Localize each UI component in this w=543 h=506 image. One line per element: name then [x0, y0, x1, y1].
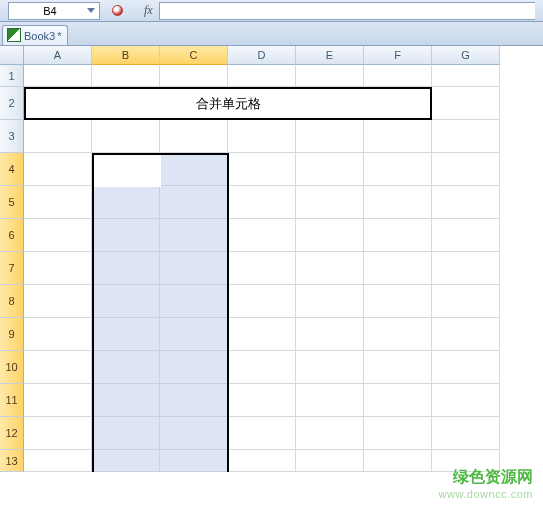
- column-header[interactable]: C: [160, 46, 228, 65]
- cell[interactable]: [92, 351, 160, 384]
- cell[interactable]: [24, 120, 92, 153]
- cell[interactable]: [92, 252, 160, 285]
- cell[interactable]: [364, 351, 432, 384]
- column-header[interactable]: F: [364, 46, 432, 65]
- row-header[interactable]: 11: [0, 384, 24, 417]
- cell[interactable]: [432, 153, 500, 186]
- merged-cell[interactable]: 合并单元格: [24, 87, 432, 120]
- cell[interactable]: [296, 252, 364, 285]
- cell[interactable]: [296, 186, 364, 219]
- cell[interactable]: [364, 219, 432, 252]
- cell[interactable]: [160, 153, 228, 186]
- cell[interactable]: [432, 219, 500, 252]
- cell[interactable]: [228, 318, 296, 351]
- cell[interactable]: [24, 450, 92, 472]
- select-all-corner[interactable]: [0, 46, 24, 65]
- cell[interactable]: [364, 186, 432, 219]
- cell[interactable]: [296, 219, 364, 252]
- cell[interactable]: [92, 219, 160, 252]
- cell[interactable]: [296, 450, 364, 472]
- cell[interactable]: [228, 120, 296, 153]
- cell[interactable]: [432, 65, 500, 87]
- cell[interactable]: [24, 219, 92, 252]
- cell[interactable]: [364, 153, 432, 186]
- cell[interactable]: [24, 252, 92, 285]
- cell[interactable]: [228, 450, 296, 472]
- cell[interactable]: [228, 219, 296, 252]
- cell[interactable]: [432, 450, 500, 472]
- row-header[interactable]: 10: [0, 351, 24, 384]
- cell[interactable]: [160, 384, 228, 417]
- cell[interactable]: [24, 417, 92, 450]
- cell[interactable]: [92, 285, 160, 318]
- cell[interactable]: [24, 384, 92, 417]
- row-header[interactable]: 12: [0, 417, 24, 450]
- cell[interactable]: [296, 65, 364, 87]
- cell[interactable]: [432, 186, 500, 219]
- cell[interactable]: [92, 318, 160, 351]
- cell[interactable]: [432, 87, 500, 120]
- cell[interactable]: [296, 285, 364, 318]
- row-header[interactable]: 5: [0, 186, 24, 219]
- cell[interactable]: [364, 120, 432, 153]
- cell[interactable]: [92, 120, 160, 153]
- cell[interactable]: [160, 219, 228, 252]
- cell[interactable]: [160, 120, 228, 153]
- cell[interactable]: [228, 417, 296, 450]
- cell[interactable]: [296, 384, 364, 417]
- cell[interactable]: [432, 285, 500, 318]
- cell[interactable]: [432, 120, 500, 153]
- cell[interactable]: [160, 285, 228, 318]
- cell[interactable]: [24, 351, 92, 384]
- cell[interactable]: [364, 318, 432, 351]
- cell[interactable]: [92, 153, 160, 186]
- cell[interactable]: [364, 384, 432, 417]
- row-header[interactable]: 7: [0, 252, 24, 285]
- cell[interactable]: [364, 285, 432, 318]
- cell[interactable]: [160, 351, 228, 384]
- column-header[interactable]: G: [432, 46, 500, 65]
- cell[interactable]: [92, 417, 160, 450]
- cell[interactable]: [432, 417, 500, 450]
- cell[interactable]: [160, 65, 228, 87]
- cell[interactable]: [228, 252, 296, 285]
- cell[interactable]: [228, 153, 296, 186]
- cell[interactable]: [160, 186, 228, 219]
- row-header[interactable]: 8: [0, 285, 24, 318]
- cell[interactable]: [228, 285, 296, 318]
- cell[interactable]: [228, 384, 296, 417]
- cell[interactable]: [228, 351, 296, 384]
- cell[interactable]: [364, 450, 432, 472]
- cell[interactable]: [364, 65, 432, 87]
- cell[interactable]: [432, 318, 500, 351]
- cell[interactable]: [364, 417, 432, 450]
- cell[interactable]: [296, 318, 364, 351]
- cell[interactable]: [432, 351, 500, 384]
- cell[interactable]: [296, 153, 364, 186]
- cell[interactable]: [24, 65, 92, 87]
- cell[interactable]: [92, 186, 160, 219]
- cell[interactable]: [432, 384, 500, 417]
- cell[interactable]: [160, 252, 228, 285]
- cell[interactable]: [432, 252, 500, 285]
- cell[interactable]: [92, 384, 160, 417]
- cell[interactable]: [160, 318, 228, 351]
- column-header[interactable]: B: [92, 46, 160, 65]
- cell[interactable]: [24, 318, 92, 351]
- workbook-tab[interactable]: Book3 *: [2, 25, 68, 45]
- column-header[interactable]: A: [24, 46, 92, 65]
- row-header[interactable]: 13: [0, 450, 24, 472]
- cell[interactable]: [92, 65, 160, 87]
- cell[interactable]: [24, 285, 92, 318]
- cell[interactable]: [24, 186, 92, 219]
- column-header[interactable]: D: [228, 46, 296, 65]
- cell[interactable]: [160, 417, 228, 450]
- cell[interactable]: [296, 417, 364, 450]
- fx-icon[interactable]: fx: [144, 3, 153, 18]
- cell[interactable]: [92, 450, 160, 472]
- cell[interactable]: [364, 252, 432, 285]
- row-header[interactable]: 6: [0, 219, 24, 252]
- row-header[interactable]: 9: [0, 318, 24, 351]
- cell[interactable]: [228, 65, 296, 87]
- cell[interactable]: [296, 351, 364, 384]
